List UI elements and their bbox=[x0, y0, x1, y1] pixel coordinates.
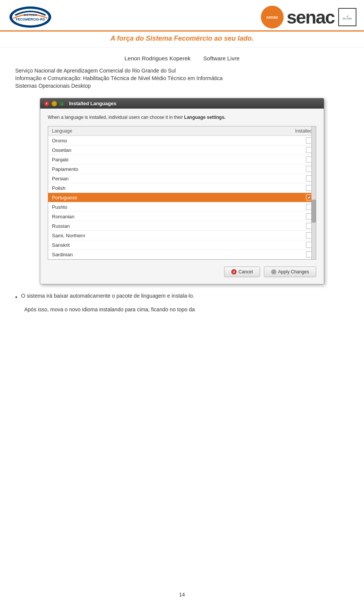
language-name: Pushto bbox=[52, 204, 67, 210]
language-rows: OromoOssetianPanjabiPapiamentoPersianPol… bbox=[48, 136, 316, 259]
apply-changes-button[interactable]: ✓ Apply Changes bbox=[264, 267, 316, 277]
dialog-buttons: ✕ Cancel ✓ Apply Changes bbox=[48, 265, 316, 279]
paragraph-1: Após isso, mova o novo idioma instalando… bbox=[15, 306, 349, 314]
bullet-text-1: O sistema irá baixar automaticamente o p… bbox=[21, 292, 195, 300]
institution-line3: Sistemas Operacionais Desktop bbox=[15, 83, 349, 89]
language-name: Persian bbox=[52, 176, 69, 181]
language-row[interactable]: Sami, Northern bbox=[48, 231, 316, 240]
svg-text:SISTEMA: SISTEMA bbox=[24, 13, 37, 17]
institution-line1: Serviço Nacional de Aprendizagem Comerci… bbox=[15, 68, 349, 74]
language-list-header: Language Installed bbox=[48, 126, 316, 136]
language-name: Panjabi bbox=[52, 157, 68, 163]
page-number: 14 bbox=[0, 592, 364, 598]
language-row[interactable]: Pushto bbox=[48, 202, 316, 212]
language-row[interactable]: Sardinian bbox=[48, 250, 316, 259]
language-row[interactable]: Ossetian bbox=[48, 145, 316, 155]
dialog-title: Installed Languages bbox=[69, 101, 116, 106]
author-line: Lenon Rodrigues Koperek Software Livre bbox=[15, 55, 349, 62]
svg-text:FECOMÉRCIO-RS: FECOMÉRCIO-RS bbox=[16, 17, 45, 21]
body-text: • O sistema irá baixar automaticamente o… bbox=[15, 292, 349, 314]
cancel-button[interactable]: ✕ Cancel bbox=[224, 267, 260, 277]
fecomercio-logo: SISTEMA FECOMÉRCIO-RS bbox=[8, 4, 83, 30]
senac-logo: senac senac bbox=[261, 6, 334, 28]
language-row[interactable]: Romanian bbox=[48, 212, 316, 221]
cancel-icon: ✕ bbox=[231, 269, 237, 275]
language-name: Sami, Northern bbox=[52, 233, 85, 238]
dialog-description: When a language is installed, individual… bbox=[48, 114, 316, 121]
bullet-item-1: • O sistema irá baixar automaticamente o… bbox=[15, 292, 349, 302]
language-row[interactable]: Papiamento bbox=[48, 164, 316, 174]
apply-icon: ✓ bbox=[271, 269, 276, 275]
language-name: Sardinian bbox=[52, 252, 73, 257]
language-name: Oromo bbox=[52, 138, 67, 144]
senac-wordmark: senac bbox=[287, 7, 334, 28]
subject-label: Software Livre bbox=[203, 55, 240, 62]
language-row[interactable]: Polish bbox=[48, 183, 316, 193]
senac-circle-icon: senac bbox=[261, 6, 284, 28]
language-row[interactable]: Panjabi bbox=[48, 155, 316, 164]
language-name: Sanskrit bbox=[52, 242, 70, 248]
language-name: Romanian bbox=[52, 214, 74, 219]
language-row[interactable]: Oromo bbox=[48, 136, 316, 145]
iso-badge: ✔ ISO 9001 bbox=[338, 8, 356, 26]
dialog-minimize-button[interactable]: – bbox=[52, 101, 57, 106]
dialog-maximize-button[interactable]: □ bbox=[59, 101, 64, 106]
cancel-label: Cancel bbox=[238, 269, 253, 275]
language-list: Language Installed OromoOssetianPanjabiP… bbox=[48, 126, 316, 260]
language-row[interactable]: Russian bbox=[48, 221, 316, 231]
language-name: Polish bbox=[52, 185, 65, 191]
tagline: A força do Sistema Fecomércio ao seu lad… bbox=[0, 32, 364, 47]
language-name: Russian bbox=[52, 223, 70, 229]
column-installed-header: Installed bbox=[295, 128, 312, 134]
installed-languages-dialog: ✕ – □ Installed Languages When a languag… bbox=[40, 98, 324, 284]
column-language-header: Language bbox=[52, 128, 72, 134]
language-name: Portuguese bbox=[52, 195, 77, 200]
dialog-close-button[interactable]: ✕ bbox=[44, 101, 49, 106]
apply-label: Apply Changes bbox=[278, 269, 309, 275]
bullet-dot: • bbox=[15, 293, 17, 302]
language-name: Papiamento bbox=[52, 166, 78, 172]
institution-line2: Informação e Comunicação: Habilitação Té… bbox=[15, 75, 349, 81]
language-row[interactable]: Portuguese✔ bbox=[48, 193, 316, 202]
page-header: SISTEMA FECOMÉRCIO-RS senac senac ✔ ISO … bbox=[0, 0, 364, 32]
dialog-body: When a language is installed, individual… bbox=[40, 109, 324, 284]
language-row[interactable]: Persian bbox=[48, 174, 316, 183]
scrollbar[interactable] bbox=[311, 126, 316, 259]
scrollbar-thumb[interactable] bbox=[311, 200, 316, 222]
dialog-titlebar: ✕ – □ Installed Languages bbox=[40, 98, 324, 109]
language-name: Ossetian bbox=[52, 147, 71, 153]
page-content: Lenon Rodrigues Koperek Software Livre S… bbox=[0, 47, 364, 325]
author-name: Lenon Rodrigues Koperek bbox=[124, 55, 190, 62]
language-row[interactable]: Sanskrit bbox=[48, 240, 316, 250]
senac-logo-group: senac senac ✔ ISO 9001 bbox=[261, 6, 356, 28]
